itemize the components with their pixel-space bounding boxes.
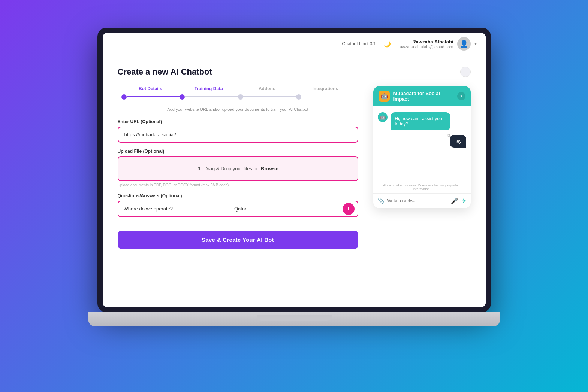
form-side: Bot Details Training Data <box>118 86 358 296</box>
page-header: Create a new AI Chatbot − <box>118 67 471 77</box>
step-dot-0 <box>121 94 127 100</box>
chat-bot-name: Mubadara for Social Impact <box>393 91 453 102</box>
qa-answer-input[interactable] <box>229 201 340 216</box>
step-line-0 <box>127 96 180 97</box>
user-bubble: hey <box>450 135 466 148</box>
collapse-button[interactable]: − <box>460 67 471 77</box>
step-training-data: Training Data <box>180 86 238 100</box>
url-input[interactable] <box>118 127 358 143</box>
qa-add-icon: + <box>347 206 350 212</box>
step-track-0 <box>121 94 180 100</box>
bot-message-text: Hi, how can I assist you today? <box>395 116 442 127</box>
laptop-wrapper: Chatbot Limit 0/1 🌙 Rawzaba Alhalabi raw… <box>88 28 500 365</box>
upload-label: Upload File (Optional) <box>118 149 358 154</box>
chat-close-icon: ✕ <box>459 94 463 99</box>
qa-row: + <box>118 201 358 217</box>
main-content: Create a new AI Chatbot − Bot Details <box>103 55 486 307</box>
step-bot-details-label: Bot Details <box>139 86 162 91</box>
user-name: Rawzaba Alhalabi <box>398 39 453 45</box>
step-addons-label: Addons <box>259 86 275 91</box>
bot-message-row: 🤖 Hi, how can I assist you today? ⧉ <box>378 112 466 130</box>
bot-avatar-icon: 🤖 <box>380 114 386 120</box>
send-icon[interactable]: ✈ <box>461 197 466 204</box>
content-row: Bot Details Training Data <box>118 86 471 296</box>
user-message-text: hey <box>454 139 461 144</box>
laptop-screen-inner: Chatbot Limit 0/1 🌙 Rawzaba Alhalabi raw… <box>103 33 486 307</box>
avatar: 👤 <box>457 37 471 51</box>
header-bar: Chatbot Limit 0/1 🌙 Rawzaba Alhalabi raw… <box>103 33 486 55</box>
stepper-subtitle: Add your website URL and/or upload your … <box>118 107 358 112</box>
upload-form-group: Upload File (Optional) ⬆ Drag & Drop you… <box>118 149 358 187</box>
qa-label: Questions/Answers (Optional) <box>118 193 358 198</box>
upload-text: Drag & Drop your files or <box>204 166 258 171</box>
laptop-screen-outer: Chatbot Limit 0/1 🌙 Rawzaba Alhalabi raw… <box>97 28 491 312</box>
qa-form-group: Questions/Answers (Optional) + <box>118 193 358 217</box>
step-dot-1 <box>180 94 185 100</box>
user-email: rawzaba.alhalabi@icloud.com <box>398 45 453 49</box>
laptop-notch <box>257 315 332 321</box>
chat-bot-icon: 🤖 <box>379 91 390 102</box>
upload-icon: ⬆ <box>197 166 201 171</box>
header-right: Chatbot Limit 0/1 🌙 Rawzaba Alhalabi raw… <box>342 37 476 51</box>
mic-icon[interactable]: 🎤 <box>451 197 458 204</box>
chat-input-row: 📎 🎤 ✈ <box>373 193 471 208</box>
step-track-3 <box>296 94 355 100</box>
step-integrations: Integrations <box>296 86 355 100</box>
chevron-down-icon[interactable]: ▾ <box>474 41 477 46</box>
step-track-2 <box>238 94 296 100</box>
attach-icon[interactable]: 📎 <box>378 198 384 204</box>
upload-dropzone[interactable]: ⬆ Drag & Drop your files or Browse <box>118 156 358 181</box>
save-create-button[interactable]: Save & Create Your AI Bot <box>118 231 358 249</box>
qa-question-input[interactable] <box>118 201 229 216</box>
collapse-icon: − <box>464 69 467 75</box>
avatar-icon: 👤 <box>460 40 468 48</box>
step-dot-3 <box>296 94 301 100</box>
chatbot-limit: Chatbot Limit 0/1 <box>342 41 376 46</box>
qa-add-button[interactable]: + <box>343 203 355 215</box>
dark-mode-icon[interactable]: 🌙 <box>383 40 391 48</box>
step-training-data-label: Training Data <box>195 86 223 91</box>
user-text: Rawzaba Alhalabi rawzaba.alhalabi@icloud… <box>398 39 453 49</box>
chat-disclaimer: AI can make mistakes. Consider checking … <box>373 181 471 193</box>
laptop-base <box>88 312 500 326</box>
url-form-group: Enter URL (Optional) <box>118 119 358 143</box>
stepper: Bot Details Training Data <box>118 86 358 100</box>
chat-header: 🤖 Mubadara for Social Impact ✕ <box>373 86 471 106</box>
upload-hint: Upload documents in PDF, DOC, or DOCX fo… <box>118 183 358 187</box>
chat-window: 🤖 Mubadara for Social Impact ✕ <box>373 86 471 208</box>
copy-icon[interactable]: ⧉ <box>447 133 450 138</box>
step-line-1 <box>185 96 238 97</box>
chat-preview-side: 🤖 Mubadara for Social Impact ✕ <box>373 86 471 296</box>
step-addons: Addons <box>238 86 296 100</box>
bot-emoji: 🤖 <box>380 92 388 100</box>
page-title: Create a new AI Chatbot <box>118 67 212 77</box>
bot-bubble: Hi, how can I assist you today? ⧉ <box>391 112 450 130</box>
step-dot-2 <box>238 94 243 100</box>
step-track-1 <box>180 94 238 100</box>
url-label: Enter URL (Optional) <box>118 119 358 124</box>
step-integrations-label: Integrations <box>312 86 338 91</box>
bot-avatar-small: 🤖 <box>378 112 388 122</box>
user-info[interactable]: Rawzaba Alhalabi rawzaba.alhalabi@icloud… <box>398 37 476 51</box>
browse-link[interactable]: Browse <box>261 166 278 171</box>
step-bot-details: Bot Details <box>121 86 180 100</box>
step-line-2 <box>243 96 296 97</box>
chat-close-button[interactable]: ✕ <box>457 92 465 100</box>
chat-messages: 🤖 Hi, how can I assist you today? ⧉ hey <box>373 106 471 181</box>
chat-reply-input[interactable] <box>387 198 448 203</box>
